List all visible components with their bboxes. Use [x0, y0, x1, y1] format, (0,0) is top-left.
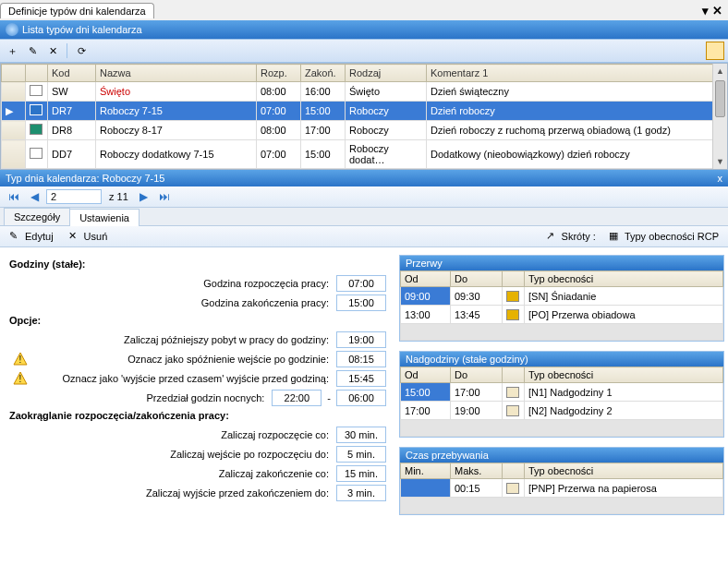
- scroll-down-icon[interactable]: ▼: [713, 154, 727, 169]
- opt3-label: Oznacz jako 'wyjście przed czasem' wyjśc…: [28, 373, 336, 384]
- grid-container: Kod Nazwa Rozp. Zakoń. Rodzaj Komentarz …: [0, 63, 728, 170]
- table-row[interactable]: ▶DR7Roboczy 7-1507:0015:00RoboczyDzień r…: [2, 102, 727, 121]
- table-row[interactable]: SWŚwięto08:0016:00ŚwiętoDzień świąteczny: [2, 82, 727, 102]
- col-color[interactable]: [26, 65, 48, 82]
- cell-rodzaj: Święto: [346, 82, 427, 102]
- opt2-input[interactable]: [336, 351, 386, 367]
- grid-scrollbar[interactable]: ▲ ▼: [712, 64, 727, 169]
- detail-close-icon[interactable]: x: [718, 173, 723, 184]
- table-row[interactable]: DD7Roboczy dodatkowy 7-1507:0015:00Roboc…: [2, 140, 727, 169]
- minimize-icon[interactable]: ▾: [702, 4, 709, 18]
- svg-text:!: !: [19, 374, 22, 384]
- opt3-input[interactable]: [336, 370, 386, 387]
- scroll-up-icon[interactable]: ▲: [713, 64, 727, 78]
- cell-color: [503, 402, 525, 420]
- refresh-button[interactable]: ⟳: [73, 42, 90, 59]
- col-max[interactable]: Maks.: [451, 463, 503, 479]
- nav-next-icon[interactable]: ▶: [136, 188, 152, 205]
- record-navigator: ⏮ ◀ z 11 ▶ ⏭: [0, 186, 728, 208]
- col-color[interactable]: [503, 367, 525, 383]
- col-do[interactable]: Do: [451, 367, 503, 383]
- nav-last-icon[interactable]: ⏭: [156, 188, 173, 205]
- z4-input[interactable]: [336, 485, 386, 501]
- nadgodziny-grid[interactable]: Od Do Typ obecności 15:0017:00[N1] Nadgo…: [400, 367, 723, 437]
- przerwy-title: Przerwy: [400, 256, 723, 270]
- rcp-link[interactable]: ▦ Typy obecności RCP: [605, 229, 722, 244]
- col-kod[interactable]: Kod: [48, 65, 96, 82]
- z1-input[interactable]: [336, 427, 386, 443]
- col-rodzaj[interactable]: Rodzaj: [346, 65, 427, 82]
- table-row[interactable]: 13:0013:45[PO] Przerwa obiadowa: [401, 306, 723, 324]
- close-icon[interactable]: ✕: [712, 4, 722, 18]
- cell-zakon: 17:00: [301, 121, 346, 140]
- delete-action[interactable]: ✕ Usuń: [65, 229, 112, 244]
- nav-first-icon[interactable]: ⏮: [6, 188, 22, 205]
- col-nazwa[interactable]: Nazwa: [96, 65, 257, 82]
- przerwy-grid[interactable]: Od Do Typ obecności 09:0009:30[SN] Śniad…: [400, 270, 723, 341]
- col-typ[interactable]: Typ obecności: [525, 367, 723, 383]
- col-typ[interactable]: Typ obecności: [525, 463, 723, 479]
- cell-komentarz: Dodatkowy (nieobowiązkowy) dzień roboczy: [427, 140, 727, 169]
- z3-input[interactable]: [336, 465, 386, 482]
- cell-kod: DR8: [48, 121, 96, 140]
- color-cell: [26, 140, 48, 169]
- col-zakon[interactable]: Zakoń.: [301, 65, 346, 82]
- cell-komentarz: Dzień świąteczny: [427, 82, 727, 102]
- edit-action[interactable]: ✎ Edytuj: [6, 229, 57, 244]
- col-do[interactable]: Do: [451, 271, 503, 287]
- col-rozp[interactable]: Rozp.: [257, 65, 301, 82]
- g-rozp-input[interactable]: [336, 275, 386, 292]
- detail-header: Typ dnia kalendarza: Roboczy 7-15 x: [0, 170, 728, 186]
- cell-nazwa: Roboczy 7-15: [96, 102, 257, 121]
- arrow-link-icon: ↗: [546, 230, 559, 243]
- cell-a: [401, 479, 451, 498]
- cell-komentarz: Dzień roboczy z ruchomą przerwą obiadową…: [427, 121, 727, 140]
- table-row[interactable]: 00:15[PNP] Przerwa na papierosa: [401, 479, 723, 498]
- color-cell: [26, 121, 48, 140]
- cell-typ: [N2] Nadgodziny 2: [525, 402, 723, 420]
- col-color[interactable]: [503, 271, 525, 287]
- nav-position-input[interactable]: [46, 189, 102, 204]
- edit-button[interactable]: ✎: [24, 42, 41, 59]
- cell-kod: DD7: [48, 140, 96, 169]
- col-komentarz[interactable]: Komentarz 1: [427, 65, 727, 82]
- delete-icon: ✕: [68, 230, 81, 243]
- cell-b: 19:00: [451, 402, 503, 420]
- g-zak-input[interactable]: [336, 295, 386, 311]
- table-row[interactable]: 09:0009:30[SN] Śniadanie: [401, 287, 723, 306]
- col-typ[interactable]: Typ obecności: [525, 271, 723, 287]
- toolbar: ＋ ✎ ✕ ⟳: [0, 39, 728, 63]
- table-row[interactable]: 15:0017:00[N1] Nadgodziny 1: [401, 383, 723, 402]
- opt1-input[interactable]: [336, 331, 386, 348]
- col-color[interactable]: [503, 463, 525, 479]
- nav-prev-icon[interactable]: ◀: [26, 188, 42, 205]
- warning-icon: !: [13, 352, 28, 367]
- tab-ustawienia[interactable]: Ustawienia: [69, 209, 140, 226]
- nadgodziny-title: Nadgodziny (stałe godziny): [400, 352, 723, 367]
- z2-input[interactable]: [336, 446, 386, 463]
- table-row[interactable]: 17:0019:00[N2] Nadgodziny 2: [401, 402, 723, 420]
- window-tab-title[interactable]: Definicje typów dni kalendarza: [0, 3, 154, 18]
- cell-zakon: 15:00: [301, 140, 346, 169]
- cell-kod: SW: [48, 82, 96, 102]
- add-button[interactable]: ＋: [4, 42, 20, 59]
- col-od[interactable]: Od: [401, 271, 451, 287]
- cell-nazwa: Roboczy dodatkowy 7-15: [96, 140, 257, 169]
- tab-szczegoly[interactable]: Szczegóły: [4, 208, 70, 225]
- delete-button[interactable]: ✕: [44, 42, 61, 59]
- czas-grid[interactable]: Min. Maks. Typ obecności 00:15[PNP] Prze…: [400, 463, 723, 514]
- cell-color: [503, 287, 525, 306]
- table-row[interactable]: DR8Roboczy 8-1708:0017:00RoboczyDzień ro…: [2, 121, 727, 140]
- opt4-to-input[interactable]: [336, 390, 386, 406]
- collapse-button[interactable]: [706, 42, 724, 60]
- cell-rodzaj: Roboczy: [346, 121, 427, 140]
- opt1-label: Zaliczaj późniejszy pobyt w pracy do god…: [9, 334, 336, 345]
- col-od[interactable]: Od: [401, 367, 451, 383]
- cell-b: 17:00: [451, 383, 503, 402]
- day-types-grid[interactable]: Kod Nazwa Rozp. Zakoń. Rodzaj Komentarz …: [1, 64, 727, 169]
- godziny-title: Godziny (stałe):: [9, 258, 386, 270]
- col-min[interactable]: Min.: [401, 463, 451, 479]
- opt4-from-input[interactable]: [272, 390, 322, 406]
- scroll-thumb[interactable]: [715, 80, 725, 117]
- cell-nazwa: Święto: [96, 82, 257, 102]
